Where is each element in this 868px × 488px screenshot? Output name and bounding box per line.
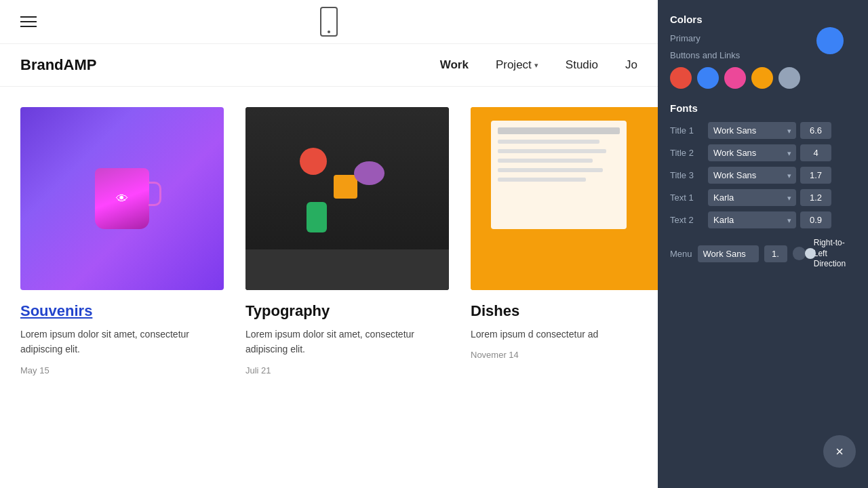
sticker-1 [300,148,327,175]
nav-links: Work Project ▾ Studio Jo [440,58,637,72]
title3-font-select[interactable]: Work Sans [708,167,796,184]
rtl-label: Right-to-Left Direction [814,238,856,270]
font-row-text1: Text 1 Karla [670,189,856,206]
main-area: BrandAMP Work Project ▾ Studio Jo 👁 [0,0,658,488]
card-souvenirs: 👁 Souvenirs Lorem ipsum dolor sit amet, … [20,107,224,375]
project-dropdown-arrow: ▾ [534,61,538,70]
svg-rect-5 [498,159,593,163]
font-row-title3: Title 3 Work Sans [670,167,856,184]
menu-font-input[interactable] [698,245,759,262]
laptop-keyboard [245,249,449,290]
card-desc-dishes: Lorem ipsum d consectetur ad [471,327,658,342]
svg-rect-6 [498,168,603,172]
right-panel: Colors Primary Buttons and Links Fonts T… [658,0,868,488]
font-row-title2: Title 2 Work Sans [670,144,856,161]
title3-font-wrapper: Work Sans [708,167,796,184]
font-row-text2: Text 2 Karla [670,211,856,228]
phone-preview-icon[interactable] [320,7,338,37]
page-wrapper: BrandAMP Work Project ▾ Studio Jo 👁 [0,0,868,488]
card-desc-typography: Lorem ipsum dolor sit amet, consectetur … [245,327,449,357]
laptop-stickers [245,107,449,290]
navbar: BrandAMP Work Project ▾ Studio Jo [0,44,658,87]
hamburger-line-3 [20,26,37,27]
toggle-knob [805,248,816,259]
text1-font-wrapper: Karla [708,189,796,206]
close-fab-button[interactable]: × [823,435,856,468]
text1-size-input[interactable] [800,189,831,206]
rtl-toggle[interactable] [793,247,806,260]
menu-row: Menu Right-to-Left Direction [670,238,856,270]
sticker-4 [354,161,384,185]
hamburger-line-2 [20,21,37,22]
title2-size-input[interactable] [800,144,831,161]
card-image-souvenirs: 👁 [20,107,224,290]
nav-link-work[interactable]: Work [440,58,469,72]
button-colors-row [670,67,856,89]
card-title-souvenirs[interactable]: Souvenirs [20,302,224,320]
title1-label: Title 1 [670,125,704,136]
text2-font-wrapper: Karla [708,211,796,228]
text1-font-select[interactable]: Karla [708,189,796,206]
text2-size-input[interactable] [800,211,831,228]
hamburger-menu[interactable] [20,16,37,27]
card-title-typography: Typography [245,302,449,320]
color-circle-teal[interactable] [778,67,800,89]
font-row-title1: Title 1 Work Sans [670,122,856,139]
card-image-dishes [471,107,658,290]
title2-label: Title 2 [670,148,704,158]
menu-label: Menu [670,249,692,259]
text2-font-select[interactable]: Karla [708,211,796,228]
card-title-dishes: Dishes [471,302,658,320]
svg-rect-1 [491,121,627,229]
card-image-typography [245,107,449,290]
svg-rect-7 [498,178,586,182]
eye-icon: 👁 [116,192,128,206]
topbar [0,0,658,44]
color-circle-pink[interactable] [724,67,746,89]
colors-section-title: Colors [670,14,856,25]
menu-size-input[interactable] [764,245,787,262]
card-date-dishes: Novemer 14 [471,350,658,360]
nav-link-jo[interactable]: Jo [625,58,637,72]
card-dishes: Dishes Lorem ipsum d consectetur ad Nove… [471,107,658,375]
card-date-souvenirs: May 15 [20,365,224,375]
sticker-2 [334,175,357,199]
title1-font-wrapper: Work Sans [708,122,796,139]
card-date-typography: Juli 21 [245,365,449,375]
title1-font-select[interactable]: Work Sans [708,122,796,139]
phone-dot [328,30,330,33]
cards-grid: 👁 Souvenirs Lorem ipsum dolor sit amet, … [0,87,658,375]
svg-rect-4 [498,149,606,153]
hamburger-line-1 [20,16,37,18]
text1-label: Text 1 [670,192,704,203]
nav-link-project[interactable]: Project ▾ [496,58,538,72]
primary-color-circle[interactable] [816,27,844,54]
svg-rect-2 [498,127,620,134]
fonts-section: Fonts Title 1 Work Sans Title 2 Work San… [670,102,856,270]
title1-size-input[interactable] [800,122,831,139]
card-desc-souvenirs: Lorem ipsum dolor sit amet, consectetur … [20,327,224,357]
text2-label: Text 2 [670,215,704,225]
mug-illustration: 👁 [95,168,149,229]
brand-logo: BrandAMP [20,56,96,74]
svg-rect-3 [498,140,599,144]
title3-size-input[interactable] [800,167,831,184]
color-circle-yellow[interactable] [751,67,773,89]
title2-font-wrapper: Work Sans [708,144,796,161]
title2-font-select[interactable]: Work Sans [708,144,796,161]
nav-link-studio[interactable]: Studio [566,58,598,72]
dishes-illustration [471,107,658,290]
color-circle-blue[interactable] [697,67,719,89]
color-circle-red[interactable] [670,67,692,89]
fonts-section-title: Fonts [670,102,856,114]
sticker-3 [307,202,327,232]
card-typography: Typography Lorem ipsum dolor sit amet, c… [245,107,449,375]
title3-label: Title 3 [670,170,704,180]
